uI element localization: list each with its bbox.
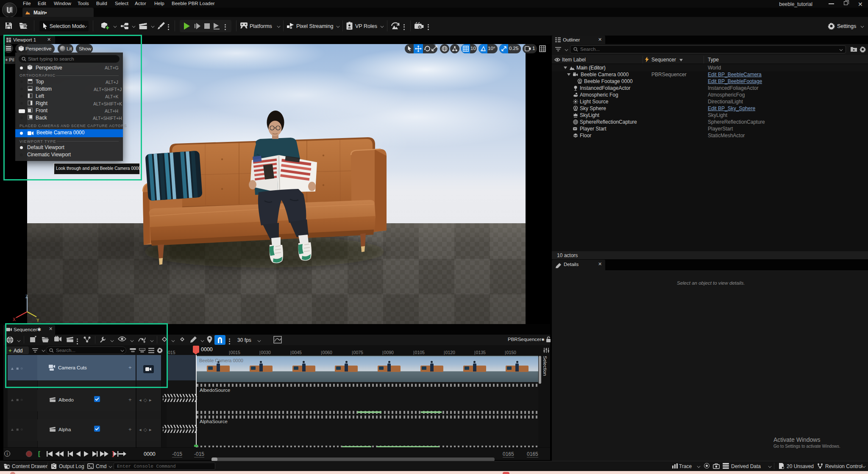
svg-text:Z: Z bbox=[25, 294, 28, 299]
svg-text:X: X bbox=[13, 317, 16, 322]
svg-text:Y: Y bbox=[36, 318, 39, 323]
